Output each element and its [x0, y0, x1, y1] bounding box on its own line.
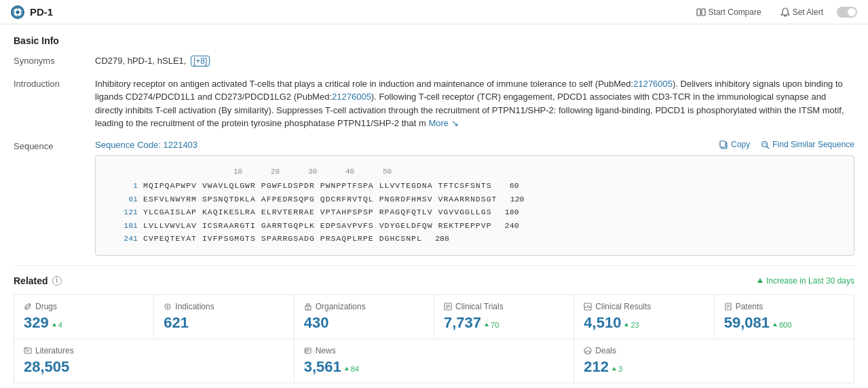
- header-right: Start Compare Set Alert: [691, 5, 857, 20]
- related-header: Related i Increase in Last 30 days: [14, 275, 854, 286]
- up-icon-deals: [611, 366, 617, 372]
- indications-icon: [164, 303, 172, 311]
- sequence-actions: Copy Find Similar Sequence: [719, 140, 854, 149]
- stat-patents[interactable]: Patents 59,081 800: [715, 295, 854, 339]
- set-alert-button[interactable]: Set Alert: [775, 5, 829, 20]
- alert-icon: [780, 7, 790, 17]
- app-logo: [11, 5, 24, 19]
- svg-point-10: [762, 141, 768, 147]
- alert-toggle[interactable]: [837, 7, 857, 18]
- stat-news[interactable]: News 3,561 84: [295, 339, 575, 383]
- related-title: Related i: [14, 275, 62, 286]
- svg-rect-33: [24, 348, 31, 353]
- start-compare-button[interactable]: Start Compare: [691, 5, 767, 20]
- stat-deals[interactable]: Deals 212 3: [574, 339, 854, 383]
- up-icon-news: [344, 366, 350, 372]
- related-info-icon[interactable]: i: [52, 276, 62, 286]
- sequence-label: Sequence: [14, 140, 95, 256]
- up-icon-pat: [772, 322, 778, 328]
- seq-row-241: 241 CVPEQTEYAT IVFPSGMGTS SPARRGSADG PRS…: [109, 232, 840, 246]
- synonyms-value: CD279, hPD-1, hSLE1, [+8]: [95, 54, 854, 68]
- introduction-label: Introduction: [14, 77, 95, 130]
- stat-drugs[interactable]: Drugs 329 4: [14, 295, 154, 339]
- header: PD-1 Start Compare Set Alert: [0, 0, 868, 24]
- section-divider: [14, 265, 854, 266]
- pubmed1-link[interactable]: 21276005: [633, 79, 673, 89]
- pubmed2-link[interactable]: 21276005: [332, 92, 371, 102]
- seq-row-61: 61 ESFVLNWYRM SPSNQTDKLA AFPEDRSQPG QDCR…: [109, 193, 840, 206]
- introduction-row: Introduction Inhibitory receptor on anti…: [14, 77, 854, 130]
- main-content: Basic Info Synonyms CD279, hPD-1, hSLE1,…: [0, 24, 868, 388]
- stat-clinical-trials[interactable]: Clinical Trials 7,737 70: [434, 295, 574, 339]
- up-arrow-icon: [757, 277, 763, 284]
- synonyms-row: Synonyms CD279, hPD-1, hSLE1, [+8]: [14, 54, 854, 68]
- drugs-icon: [24, 303, 32, 311]
- svg-point-44: [589, 351, 590, 353]
- page-title: PD-1: [30, 6, 53, 18]
- svg-point-1: [16, 10, 20, 14]
- svg-point-43: [585, 351, 586, 353]
- seq-row-1: 1 MQIPQAPWPV VWAVLQLGWR PGWFLDSPDR PWNPP…: [109, 179, 840, 193]
- header-left: PD-1: [11, 5, 53, 19]
- sequence-label-row: Sequence Code: 1221403 Copy: [95, 140, 854, 150]
- news-icon: [304, 347, 312, 355]
- sequence-box: 10 20 30 40 50 1 MQIPQAPWPV VWAVLQLGWR P…: [95, 155, 854, 256]
- stats-grid-row2: Literatures 28,505 News 3,561: [14, 339, 854, 383]
- clinical-results-icon: [584, 303, 592, 311]
- sequence-code-link[interactable]: Sequence Code: 1221403: [95, 140, 197, 150]
- basic-info-title: Basic Info: [14, 35, 854, 46]
- seq-row-181: 181 LVLLVWVLAV ICSRAARGTI GARRTGQPLK EDP…: [109, 219, 840, 233]
- svg-rect-36: [24, 347, 27, 349]
- stat-indications[interactable]: Indications 621: [154, 295, 294, 339]
- organizations-icon: [304, 303, 312, 311]
- literatures-icon: [24, 347, 32, 355]
- deals-icon: [584, 347, 592, 355]
- sequence-ruler: 10 20 30 40 50: [109, 166, 840, 178]
- up-icon: [52, 322, 57, 328]
- svg-rect-6: [697, 9, 700, 16]
- svg-point-15: [168, 305, 169, 306]
- copy-button[interactable]: Copy: [719, 140, 750, 149]
- seq-row-121: 121 YLCGAISLAP KAQIKESLRA ELRVTERRAE VPT…: [109, 206, 840, 219]
- introduction-value: Inhibitory receptor on antigen activated…: [95, 77, 854, 130]
- stats-grid-row1: Drugs 329 4 Indications: [14, 294, 854, 339]
- copy-icon: [719, 140, 728, 149]
- synonyms-more-link[interactable]: [+8]: [191, 56, 210, 66]
- up-icon-ct: [484, 322, 489, 328]
- more-link[interactable]: More ↘: [428, 118, 458, 128]
- svg-rect-9: [720, 141, 725, 147]
- up-icon-cr: [624, 322, 629, 328]
- patents-icon: [724, 303, 732, 311]
- synonyms-label: Synonyms: [14, 54, 95, 68]
- sequence-content: Sequence Code: 1221403 Copy: [95, 140, 854, 256]
- find-similar-icon: [761, 140, 770, 149]
- clinical-trials-icon: [444, 303, 452, 311]
- stat-organizations[interactable]: Organizations 430: [295, 295, 434, 339]
- svg-rect-7: [702, 9, 705, 16]
- svg-rect-19: [307, 304, 309, 306]
- find-similar-button[interactable]: Find Similar Sequence: [761, 140, 854, 149]
- increase-label: Increase in Last 30 days: [757, 276, 854, 286]
- svg-line-11: [767, 146, 770, 149]
- stat-literatures[interactable]: Literatures 28,505: [14, 339, 295, 383]
- sequence-row: Sequence Sequence Code: 1221403 Copy: [14, 140, 854, 256]
- compare-icon: [696, 7, 706, 17]
- stat-clinical-results[interactable]: Clinical Results 4,510 23: [574, 295, 714, 339]
